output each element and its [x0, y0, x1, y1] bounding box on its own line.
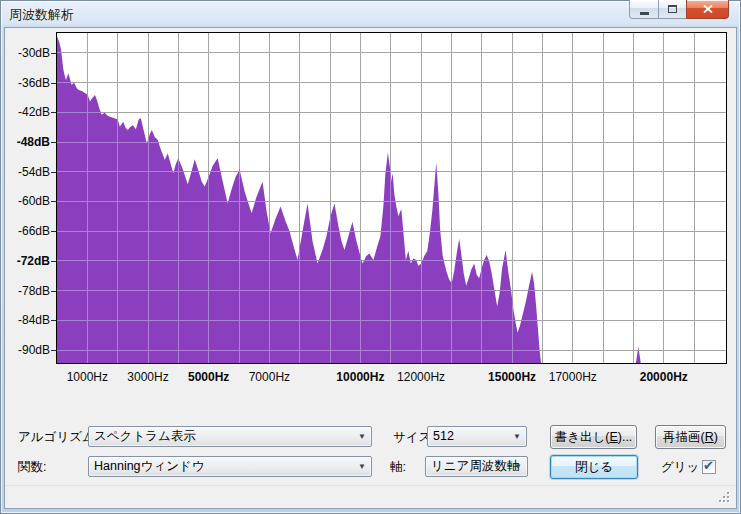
axis-label: 軸: — [390, 457, 406, 478]
export-button-suffix: )... — [618, 430, 633, 444]
check-icon: ✔ — [703, 458, 714, 473]
y-axis-label: -30dB — [5, 45, 50, 61]
axis-value: リニア周波数軸 — [431, 459, 519, 473]
grid-checkbox[interactable]: ✔ — [702, 460, 716, 474]
spectrum-chart — [57, 33, 726, 363]
y-axis-label: -60dB — [5, 193, 50, 209]
algorithm-label: アルゴリズム: — [18, 427, 98, 448]
y-axis-label: -66dB — [5, 223, 50, 239]
function-label: 関数: — [18, 457, 46, 478]
y-axis-label: -78dB — [5, 283, 50, 299]
minimize-button[interactable] — [629, 0, 659, 19]
redraw-button-mnemonic: R — [705, 430, 714, 444]
maximize-button[interactable] — [658, 0, 687, 19]
y-axis-label: -90dB — [5, 342, 50, 358]
x-axis-label: 20000Hz — [640, 370, 688, 384]
size-combobox[interactable]: 512 ▼ — [427, 426, 527, 447]
chevron-down-icon: ▼ — [513, 433, 521, 441]
status-bar — [5, 485, 736, 508]
y-axis-label: -48dB — [5, 134, 50, 150]
title-bar[interactable]: 周波数解析 — [0, 0, 741, 27]
caption-buttons — [630, 0, 729, 19]
window-title: 周波数解析 — [9, 6, 74, 24]
export-button-mnemonic: E — [609, 430, 617, 444]
close-button[interactable] — [686, 0, 729, 19]
x-axis-label: 5000Hz — [188, 370, 229, 384]
function-combobox[interactable]: Hanningウィンドウ ▼ — [88, 456, 372, 477]
close-x-icon — [703, 5, 713, 13]
frequency-plot — [56, 32, 727, 364]
x-axis-label: 17000Hz — [549, 370, 597, 384]
redraw-button-suffix: ) — [714, 430, 718, 444]
y-axis-label: -54dB — [5, 164, 50, 180]
y-axis-label: -84dB — [5, 312, 50, 328]
function-value: Hanningウィンドウ — [94, 459, 205, 473]
maximize-icon — [668, 5, 677, 13]
frequency-analysis-window: 周波数解析 -30dB-36dB-42dB-48dB-54dB-60dB-66d… — [0, 0, 741, 514]
x-axis-label: 1000Hz — [67, 370, 108, 384]
redraw-button[interactable]: 再描画(R) — [655, 425, 726, 449]
algorithm-combobox[interactable]: スペクトラム表示 ▼ — [88, 426, 372, 447]
chevron-down-icon: ▼ — [358, 433, 366, 441]
export-button[interactable]: 書き出し(E)... — [550, 425, 637, 449]
axis-combobox[interactable]: リニア周波数軸 ▼ — [425, 456, 528, 477]
close-dialog-button[interactable]: 閉じる — [550, 455, 638, 479]
y-axis-label: -36dB — [5, 75, 50, 91]
export-button-label: 書き出し( — [555, 430, 610, 444]
minimize-icon — [640, 12, 649, 15]
x-axis-label: 10000Hz — [336, 370, 384, 384]
x-axis-label: 3000Hz — [127, 370, 168, 384]
resize-grip-icon[interactable] — [719, 492, 731, 504]
chevron-down-icon: ▼ — [358, 463, 366, 471]
x-axis-label: 7000Hz — [249, 370, 290, 384]
dialog-body: -30dB-36dB-42dB-48dB-54dB-60dB-66dB-72dB… — [4, 27, 737, 509]
close-dialog-button-label: 閉じる — [575, 460, 613, 474]
x-axis-label: 12000Hz — [397, 370, 445, 384]
chevron-down-icon: ▼ — [514, 463, 522, 471]
y-axis-label: -42dB — [5, 104, 50, 120]
x-axis-label: 15000Hz — [488, 370, 536, 384]
size-value: 512 — [433, 429, 454, 443]
redraw-button-label: 再描画( — [663, 430, 705, 444]
y-axis-label: -72dB — [5, 253, 50, 269]
algorithm-value: スペクトラム表示 — [94, 429, 196, 443]
